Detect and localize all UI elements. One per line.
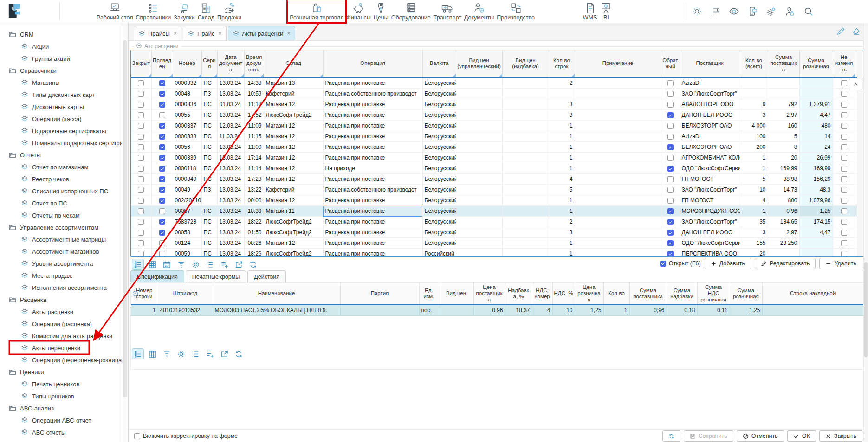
refresh-icon[interactable]	[247, 259, 259, 269]
sidebar-item[interactable]: Подарочные сертификаты	[0, 125, 122, 137]
column-header[interactable]: Сумма розничная	[799, 50, 833, 77]
sidebar-folder[interactable]: CRM	[0, 28, 122, 40]
checkbox[interactable]	[841, 91, 847, 97]
sidebar-item[interactable]: Отчет по магазинам	[0, 161, 122, 173]
toolbar-button-equipment[interactable]: Оборудование	[390, 1, 432, 22]
column-header[interactable]: Вид цен (надбавка)	[502, 50, 549, 77]
checkbox[interactable]	[138, 176, 144, 182]
grid-view-icon[interactable]	[147, 349, 158, 359]
column-header[interactable]: Закрыт	[131, 50, 151, 77]
window-scrollbar-thumb[interactable]	[864, 262, 868, 357]
column-header[interactable]: Вид цен	[439, 283, 473, 305]
toolbar-button-warehouse[interactable]: Склад	[196, 1, 216, 22]
column-header[interactable]: Сумма розничная	[730, 283, 762, 305]
checkbox[interactable]	[667, 198, 674, 204]
edit-button[interactable]: Редактировать	[755, 258, 816, 269]
toolbar-button-documents[interactable]: Документы	[463, 1, 495, 22]
sidebar-item[interactable]: Места продаж	[0, 269, 122, 282]
table-row[interactable]: 0000337ПС12.03.2411:09Магазин 12Расценка…	[131, 121, 862, 131]
refresh-icon[interactable]	[233, 349, 244, 359]
sidebar-item[interactable]: Реестр чеков	[0, 173, 122, 185]
table-row[interactable]: 00056ПС13.03.2411:09Магазин 12Расценка п…	[131, 142, 862, 153]
sidebar-item[interactable]: Операции (переоценка-розница)	[0, 354, 122, 366]
column-header[interactable]: НДС, номер	[532, 283, 552, 305]
checkbox[interactable]	[667, 166, 674, 172]
correction-checkbox[interactable]	[134, 433, 140, 439]
toolbar-button-purchases[interactable]: Закупки	[172, 1, 196, 22]
sidebar-item[interactable]: Типы ценников	[0, 390, 122, 402]
sidebar-item[interactable]: Операции (касса)	[0, 113, 122, 125]
sidebar-item[interactable]: Исполнения ассортимента	[0, 282, 122, 294]
column-header[interactable]: Проведен	[151, 50, 173, 77]
sidebar-item[interactable]: Отчеты по чекам	[0, 209, 122, 221]
checkbox[interactable]	[159, 166, 165, 172]
save-button[interactable]: Сохранить	[684, 430, 733, 442]
close-icon[interactable]: ×	[287, 30, 291, 37]
toolbar-button-sales[interactable]: Продажи	[216, 1, 243, 22]
sidebar-item[interactable]: Уровни ассортимента	[0, 257, 122, 269]
toolbar-button-transport[interactable]: Транспорт	[432, 1, 463, 22]
column-header[interactable]: Партия	[340, 283, 419, 305]
sidebar-item[interactable]: Операции (расценка)	[0, 318, 122, 330]
checkbox[interactable]	[138, 91, 144, 97]
sidebar-item[interactable]: Номиналы подарочных сертификатов	[0, 137, 122, 149]
sidebar-item[interactable]: Дисконтные карты	[0, 101, 122, 113]
sidebar-item[interactable]: Списания испорченных ПС	[0, 185, 122, 197]
column-header[interactable]: Ед. изм.	[419, 283, 439, 305]
checkbox[interactable]	[667, 155, 674, 161]
sidebar-folder[interactable]: Справочники	[0, 64, 122, 77]
tab-Прайсы[interactable]: Прайсы×	[134, 26, 181, 40]
checkbox[interactable]	[841, 166, 847, 172]
checkbox[interactable]	[159, 230, 165, 236]
checkbox[interactable]	[667, 251, 674, 257]
checkbox[interactable]	[841, 155, 847, 161]
toolbar-button-production[interactable]: Производство	[495, 1, 536, 22]
detail-view-icon[interactable]	[132, 259, 143, 269]
checkbox[interactable]	[159, 176, 165, 182]
table-row[interactable]: 0000332ПС13.03.2414:38Магазин 13Расценка…	[131, 77, 862, 89]
eraser-icon[interactable]	[852, 27, 861, 36]
checkbox[interactable]	[841, 187, 847, 193]
checkbox[interactable]	[841, 219, 847, 225]
checkbox[interactable]	[159, 102, 165, 108]
sidebar-scrollbar-thumb[interactable]	[123, 40, 127, 397]
column-header[interactable]: Надбавка, %	[505, 283, 532, 305]
checkbox[interactable]	[159, 208, 165, 214]
sidebar-folder[interactable]: Расценка	[0, 294, 122, 306]
toolbar-button-desktop[interactable]: Рабочий стол	[95, 1, 134, 22]
toolbar-button-retail[interactable]: Розничная торговля	[288, 1, 345, 22]
gear-icon[interactable]	[190, 259, 201, 269]
table-row[interactable]: 0000338ПС11.03.2411:15Магазин 12Расценка…	[131, 131, 862, 142]
table-row[interactable]: 00057ПС13.03.2418:39Магазин 11Расценка п…	[131, 206, 862, 217]
column-header[interactable]: Кол-во (всего)	[740, 50, 768, 77]
collapse-row-icon[interactable]	[132, 291, 138, 297]
sidebar-item[interactable]: Акции	[0, 40, 122, 52]
correction-toggle[interactable]: Включить корректировку на форме	[134, 433, 238, 439]
checkbox[interactable]	[159, 187, 165, 193]
grid-view-icon[interactable]	[147, 259, 158, 269]
delete-button[interactable]: Удалить	[819, 258, 862, 269]
checkbox[interactable]	[667, 144, 674, 150]
sidebar-item[interactable]: Акты переоценки	[0, 342, 122, 354]
add-button[interactable]: Добавить	[705, 258, 751, 269]
checkbox[interactable]	[138, 155, 144, 161]
column-header[interactable]: Строка накладной	[762, 283, 863, 305]
pencil-icon[interactable]	[836, 27, 845, 36]
table-row[interactable]: 00058ПС13.03.2401:50ЛюксСофтТрейд2Расцен…	[131, 227, 862, 238]
table-row[interactable]: 0000340ПС13.03.2417:23Магазин 12Расценка…	[131, 174, 862, 185]
checkbox[interactable]	[841, 176, 847, 182]
column-header[interactable]: Сумма надбавки	[667, 283, 697, 305]
checkbox[interactable]	[667, 219, 674, 225]
detail-view-icon[interactable]	[132, 349, 143, 359]
sidebar-item[interactable]: Ассортимент магазинов	[0, 245, 122, 257]
scroll-top-button[interactable]	[849, 79, 862, 90]
ok-button[interactable]: ОК	[787, 430, 816, 442]
column-header[interactable]: Сумма поставщика	[768, 50, 799, 77]
checkbox[interactable]	[159, 144, 165, 150]
column-header[interactable]: Склад	[264, 50, 323, 77]
checkbox[interactable]	[841, 144, 847, 150]
checkbox[interactable]	[159, 155, 165, 161]
checkbox[interactable]	[667, 91, 674, 97]
checkbox[interactable]	[159, 80, 165, 86]
toolbar-button-prices[interactable]: Цены	[372, 1, 390, 22]
